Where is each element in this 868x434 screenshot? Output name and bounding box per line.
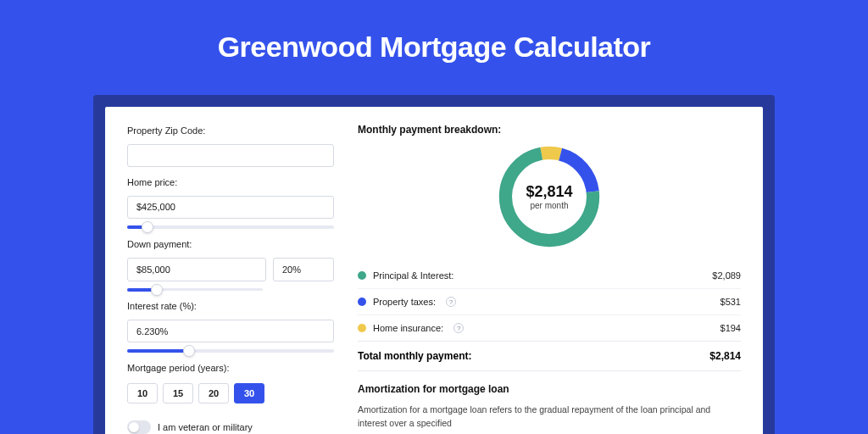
period-option-10[interactable]: 10	[127, 383, 158, 403]
period-option-20[interactable]: 20	[198, 383, 229, 403]
veteran-toggle[interactable]	[127, 420, 151, 434]
zip-label: Property Zip Code:	[127, 125, 334, 136]
legend-label: Principal & Interest:	[373, 270, 453, 281]
total-label: Total monthly payment:	[358, 350, 471, 362]
home-price-slider-thumb[interactable]	[142, 221, 153, 233]
period-option-15[interactable]: 15	[163, 383, 193, 403]
legend-label: Home insurance:	[373, 323, 443, 333]
panel-backdrop: Property Zip Code: Home price: Down paym…	[93, 95, 775, 434]
veteran-label: I am veteran or military	[158, 422, 253, 432]
legend-dot	[358, 298, 366, 306]
legend-value: $194	[721, 323, 741, 333]
interest-rate-slider-thumb[interactable]	[183, 345, 195, 357]
down-payment-label: Down payment:	[127, 239, 334, 249]
total-value: $2,814	[709, 350, 741, 362]
period-options: 10152030	[127, 383, 334, 403]
home-price-label: Home price:	[127, 177, 334, 187]
period-label: Mortgage period (years):	[127, 363, 334, 373]
interest-rate-label: Interest rate (%):	[127, 301, 334, 311]
amortization-section: Amortization for mortgage loan Amortizat…	[358, 370, 741, 431]
down-payment-pct-input[interactable]	[273, 258, 334, 281]
down-payment-slider[interactable]	[127, 288, 263, 292]
breakdown-title: Monthly payment breakdown:	[358, 124, 741, 136]
veteran-toggle-knob	[129, 422, 139, 432]
donut-subtext: per month	[530, 201, 568, 210]
home-price-input[interactable]	[127, 196, 334, 219]
calculator-panel: Property Zip Code: Home price: Down paym…	[105, 107, 763, 434]
down-payment-slider-thumb[interactable]	[151, 284, 163, 296]
donut-amount: $2,814	[526, 183, 572, 201]
amortization-title: Amortization for mortgage loan	[358, 383, 741, 395]
legend-dot	[358, 271, 366, 280]
legend-label: Property taxes:	[373, 297, 436, 307]
legend-value: $2,089	[712, 270, 741, 281]
inputs-column: Property Zip Code: Home price: Down paym…	[127, 124, 334, 434]
amortization-text: Amortization for a mortgage loan refers …	[358, 403, 741, 431]
help-icon[interactable]: ?	[453, 323, 464, 333]
donut-chart: $2,814 per month	[495, 142, 604, 251]
page-title: Greenwood Mortgage Calculator	[0, 0, 868, 64]
period-option-30[interactable]: 30	[234, 383, 264, 403]
down-payment-amount-input[interactable]	[127, 258, 266, 281]
interest-rate-slider[interactable]	[127, 349, 334, 353]
help-icon[interactable]: ?	[446, 297, 456, 307]
results-column: Monthly payment breakdown: $2,814 per mo…	[358, 124, 741, 434]
legend-dot	[358, 324, 366, 332]
legend-value: $531	[721, 297, 741, 307]
legend-row: Home insurance:?$194	[358, 314, 741, 341]
home-price-slider[interactable]	[127, 225, 334, 229]
interest-rate-input[interactable]	[127, 320, 334, 342]
legend: Principal & Interest:$2,089Property taxe…	[358, 263, 741, 341]
legend-row: Property taxes:?$531	[358, 288, 741, 314]
zip-input[interactable]	[127, 144, 334, 167]
legend-row: Principal & Interest:$2,089	[358, 263, 741, 288]
